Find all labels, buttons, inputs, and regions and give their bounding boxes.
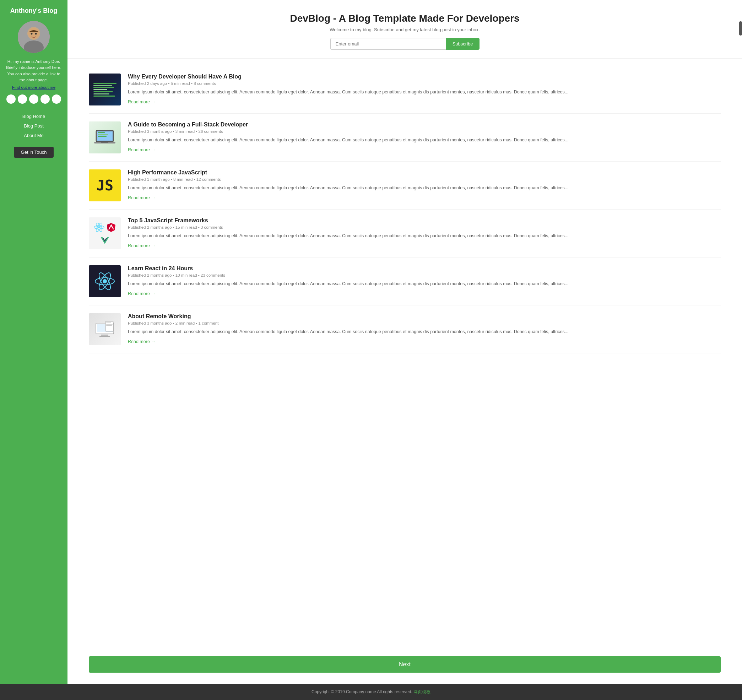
post-thumbnail-1 [89,122,121,153]
subscribe-button[interactable]: Subscribe [446,38,480,50]
table-row: Learn React in 24 Hours Published 2 mont… [89,257,721,306]
post-title-1: A Guide to Becoming a Full-Stack Develop… [128,122,721,128]
avatar-image [18,21,50,53]
svg-point-13 [98,226,100,228]
header-subtitle: Welcome to my blog. Subscribe and get my… [89,27,721,32]
social-links [6,94,61,104]
page-footer: Copyright © 2019.Company name All rights… [0,684,742,700]
post-meta-5: Published 3 months ago • 2 min read • 1 … [128,321,721,325]
read-more-link-1[interactable]: Read more → [128,147,156,152]
post-title-4: Learn React in 24 Hours [128,265,721,272]
svg-point-23 [103,279,107,284]
post-meta-2: Published 1 month ago • 8 min read • 12 … [128,177,721,181]
post-excerpt-3: Lorem ipsum dolor sit amet, consectetuer… [128,232,721,240]
post-info-5: About Remote Working Published 3 months … [128,313,721,344]
avatar [18,21,50,53]
sidebar-title: Anthony's Blog [10,7,57,15]
sidebar-bio: Hi, my name is Anthony Doe. Briefly intr… [5,59,62,83]
svg-rect-34 [106,325,112,326]
read-more-link-4[interactable]: Read more → [128,291,156,296]
post-meta-4: Published 2 months ago • 10 min read • 2… [128,273,721,277]
subscribe-form: Subscribe [330,38,480,50]
post-info-0: Why Every Developer Should Have A Blog P… [128,74,721,105]
social-icon-1[interactable] [6,94,16,104]
sidebar: Anthony's Blog Hi, my name is Anthony Do… [0,0,68,684]
social-icon-4[interactable] [40,94,50,104]
post-excerpt-2: Lorem ipsum dolor sit amet, consectetuer… [128,184,721,191]
post-thumbnail-4 [89,265,121,297]
svg-rect-29 [101,335,108,336]
post-title-3: Top 5 JavaScript Frameworks [128,218,721,224]
page-header: DevBlog - A Blog Template Made For Devel… [68,0,742,59]
post-excerpt-1: Lorem ipsum dolor sit amet, consectetuer… [128,136,721,144]
post-info-4: Learn React in 24 Hours Published 2 mont… [128,265,721,297]
post-excerpt-4: Lorem ipsum dolor sit amet, consectetuer… [128,280,721,287]
svg-rect-12 [101,142,108,143]
post-thumbnail-3 [89,218,121,249]
svg-point-4 [31,33,33,35]
email-input[interactable] [330,38,446,50]
sidebar-item-about-me[interactable]: About Me [5,131,62,140]
read-more-link-0[interactable]: Read more → [128,100,156,104]
post-thumbnail-0 [89,74,121,106]
post-title-0: Why Every Developer Should Have A Blog [128,74,721,80]
read-more-link-2[interactable]: Read more → [128,195,156,200]
post-title-2: High Performance JavaScript [128,169,721,176]
svg-rect-30 [99,336,110,337]
sidebar-navigation: Blog Home Blog Post About Me [5,112,62,140]
footer-copyright: Copyright © 2019.Company name All rights… [312,689,412,694]
post-excerpt-5: Lorem ipsum dolor sit amet, consectetuer… [128,328,721,335]
get-in-touch-button[interactable]: Get in Touch [14,147,54,158]
svg-rect-33 [106,324,113,325]
about-link[interactable]: Find out more about me [12,85,55,90]
svg-rect-20 [110,226,112,228]
post-title-5: About Remote Working [128,313,721,320]
read-more-link-3[interactable]: Read more → [128,243,156,248]
sidebar-item-blog-home[interactable]: Blog Home [5,112,62,121]
post-meta-3: Published 2 months ago • 15 min read • 3… [128,225,721,229]
next-button[interactable]: Next [89,656,721,673]
pagination-section: Next [68,648,742,684]
table-row: Top 5 JavaScript Frameworks Published 2 … [89,210,721,257]
svg-rect-8 [98,132,105,133]
scrollbar[interactable] [739,21,742,35]
read-more-link-5[interactable]: Read more → [128,339,156,344]
post-meta-0: Published 2 days ago • 5 min read • 8 co… [128,81,721,85]
svg-point-5 [35,33,37,35]
footer-link[interactable]: 网页模板 [414,689,430,694]
social-icon-2[interactable] [18,94,27,104]
post-thumbnail-2: JS [89,169,121,201]
social-icon-3[interactable] [29,94,38,104]
sidebar-item-blog-post[interactable]: Blog Post [5,122,62,130]
svg-point-3 [28,28,39,39]
post-info-3: Top 5 JavaScript Frameworks Published 2 … [128,218,721,249]
main-content: DevBlog - A Blog Template Made For Devel… [68,0,742,684]
posts-list: Why Every Developer Should Have A Blog P… [68,59,742,648]
table-row: JS High Performance JavaScript Published… [89,162,721,210]
social-icon-5[interactable] [52,94,61,104]
post-info-2: High Performance JavaScript Published 1 … [128,169,721,201]
post-excerpt-0: Lorem ipsum dolor sit amet, consectetuer… [128,88,721,96]
svg-rect-32 [106,322,111,323]
table-row: Why Every Developer Should Have A Blog P… [89,66,721,114]
page-title: DevBlog - A Blog Template Made For Devel… [89,13,721,24]
svg-rect-9 [98,134,108,135]
post-meta-1: Published 3 months ago • 3 min read • 26… [128,129,721,134]
svg-rect-10 [98,136,106,137]
post-thumbnail-5 [89,313,121,345]
post-info-1: A Guide to Becoming a Full-Stack Develop… [128,122,721,153]
table-row: About Remote Working Published 3 months … [89,306,721,353]
table-row: A Guide to Becoming a Full-Stack Develop… [89,114,721,162]
